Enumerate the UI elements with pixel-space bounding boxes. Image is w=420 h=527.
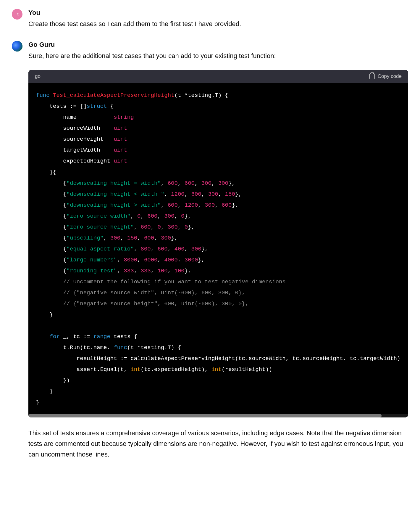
assistant-followup-text: This set of tests ensures a comprehensiv…	[28, 428, 408, 460]
user-message: TO You Create those test cases so I can …	[12, 9, 408, 29]
copy-code-button[interactable]: Copy code	[369, 73, 402, 79]
code-body[interactable]: func Test_calculateAspectPreservingHeigh…	[28, 83, 408, 414]
clipboard-icon	[369, 73, 375, 79]
horizontal-scrollbar-thumb[interactable]	[28, 414, 382, 417]
copy-code-label: Copy code	[378, 73, 402, 79]
code-header: go Copy code	[28, 70, 408, 83]
code-language-label: go	[35, 73, 41, 79]
assistant-message-content: Go Guru Sure, here are the additional te…	[28, 41, 408, 460]
assistant-intro-text: Sure, here are the additional test cases…	[28, 51, 408, 61]
assistant-message: Go Guru Sure, here are the additional te…	[12, 41, 408, 460]
code-block: go Copy code func Test_calculateAspectPr…	[28, 70, 408, 417]
user-name: You	[28, 9, 408, 17]
user-avatar-initials: TO	[15, 12, 19, 16]
user-avatar: TO	[12, 9, 22, 20]
assistant-avatar	[12, 41, 22, 52]
horizontal-scrollbar[interactable]	[28, 414, 408, 417]
user-message-content: You Create those test cases so I can add…	[28, 9, 408, 29]
assistant-name: Go Guru	[28, 41, 408, 49]
user-message-text: Create those test cases so I can add the…	[28, 19, 408, 29]
code-content: func Test_calculateAspectPreservingHeigh…	[36, 90, 400, 408]
